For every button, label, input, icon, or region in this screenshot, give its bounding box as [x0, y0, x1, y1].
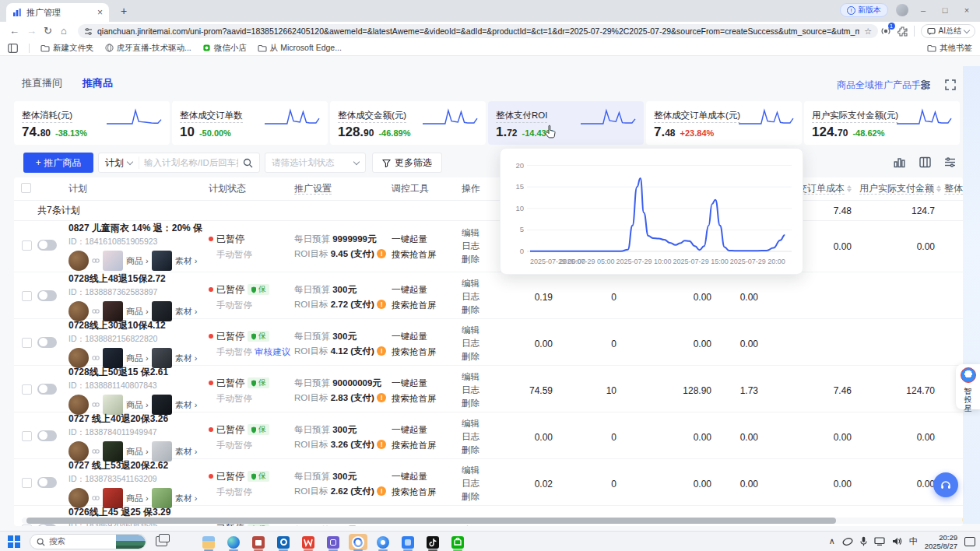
product-manual-link[interactable]: 商品全域推广产品手册	[837, 79, 930, 92]
tool-link[interactable]: 一键起量	[392, 469, 462, 484]
product-link[interactable]: 商品 ›	[126, 353, 149, 364]
tool-link[interactable]: 搜索抢首屏	[392, 484, 462, 500]
other-bookmarks[interactable]: 其他书签	[927, 43, 972, 54]
device-icon[interactable]	[842, 538, 853, 546]
window-minimize-button[interactable]: –	[916, 5, 930, 15]
window-maximize-button[interactable]: □	[938, 5, 952, 15]
stat-card-consume[interactable]: 整体消耗(元)74.80-38.13%	[14, 101, 170, 145]
reload-button[interactable]: ↻	[44, 25, 52, 37]
action-link[interactable]: 编辑	[462, 417, 504, 430]
stat-card-roi[interactable]: 整体支付ROI1.72-14.43%	[488, 101, 644, 145]
tool-link[interactable]: 搜索抢首屏	[392, 297, 462, 313]
material-link[interactable]: 素材 ›	[175, 399, 198, 411]
tray-expand-icon[interactable]: ∧	[829, 536, 835, 546]
roi-warning-icon[interactable]: !	[377, 440, 386, 449]
action-link[interactable]: 编辑	[462, 277, 504, 290]
material-link[interactable]: 素材 ›	[175, 306, 198, 318]
row-enable-toggle[interactable]	[37, 477, 57, 488]
search-input[interactable]	[139, 158, 243, 167]
header-metric[interactable]: 用户实际支付金额	[859, 182, 943, 195]
row-checkbox[interactable]	[22, 384, 32, 395]
taskbar-app-edge[interactable]	[224, 534, 243, 550]
tool-link[interactable]: 一键起量	[392, 422, 462, 437]
back-button[interactable]: ←	[9, 25, 19, 37]
assistant-widget[interactable]: 智投星	[956, 364, 980, 409]
table-settings-icon[interactable]	[943, 156, 957, 169]
action-link[interactable]: 日志	[462, 384, 504, 397]
tool-link[interactable]: 搜索抢首屏	[392, 437, 462, 453]
plan-title[interactable]: 0727 线上40退20保3.26	[68, 412, 204, 426]
row-actions[interactable]: 编辑日志删除	[462, 417, 504, 457]
plan-title[interactable]: 0728线上30退10保4.12	[68, 319, 204, 332]
plan-title[interactable]: 0827 儿童雨衣 14% 退：20% 保：9.92	[68, 222, 204, 235]
new-version-button[interactable]: !新版本	[840, 3, 888, 17]
stat-card-user-pay[interactable]: 用户实际支付金额(元)124.70-48.62%	[804, 101, 960, 145]
browser-tab[interactable]: 推广管理 ×	[6, 3, 109, 22]
control-tools[interactable]: 一键起量搜索抢首屏	[392, 422, 462, 453]
stat-card-order-cost[interactable]: 整体成交订单成本(元)7.48+23.84%	[646, 101, 802, 145]
action-link[interactable]: 日志	[462, 240, 504, 253]
taskbar-app-wps[interactable]	[299, 534, 318, 550]
row-checkbox[interactable]	[22, 478, 32, 488]
bookmark-item[interactable]: 虎牙直播-技术驱动...	[105, 43, 191, 54]
tool-link[interactable]: 搜索抢首屏	[392, 344, 462, 360]
row-actions[interactable]: 编辑日志删除	[462, 370, 504, 410]
bookmark-star-icon[interactable]: ☆	[864, 26, 872, 37]
material-link[interactable]: 素材 ›	[175, 353, 198, 364]
control-tools[interactable]: 一键起量搜索抢首屏	[392, 469, 462, 500]
action-link[interactable]: 编辑	[462, 524, 504, 526]
side-panel-icon[interactable]	[8, 44, 18, 53]
scrollbar-thumb[interactable]	[26, 518, 836, 524]
product-link[interactable]: 商品 ›	[126, 399, 149, 411]
control-tools[interactable]: 一键起量搜索抢首屏	[392, 375, 462, 406]
row-checkbox[interactable]	[22, 291, 32, 301]
sort-icon[interactable]	[936, 185, 941, 192]
taskbar-app-douyin[interactable]	[423, 534, 442, 550]
side-panel-strip[interactable]	[963, 66, 980, 524]
customer-service-button[interactable]	[933, 472, 958, 497]
url-bar[interactable]: qianchuan.jinritemai.com/uni-prom?aavid=…	[78, 24, 878, 38]
product-link[interactable]: 商品 ›	[126, 493, 149, 504]
product-thumbnail[interactable]	[103, 251, 123, 271]
row-actions[interactable]: 编辑日志删除	[462, 464, 504, 504]
tab-live-room[interactable]: 推直播间	[22, 76, 62, 90]
taskbar-app-outlook[interactable]	[274, 534, 293, 550]
control-tools[interactable]: 一键起量搜索抢首屏	[392, 328, 462, 360]
tool-link[interactable]: 一键起量	[392, 328, 462, 344]
microphone-icon[interactable]	[860, 536, 867, 546]
ai-summary-button[interactable]: AI总结	[921, 24, 975, 38]
row-checkbox[interactable]	[22, 338, 32, 348]
taskbar-app-pc-manager[interactable]	[374, 534, 392, 550]
tab-product[interactable]: 推商品	[83, 76, 113, 90]
material-link[interactable]: 素材 ›	[175, 446, 198, 458]
row-actions[interactable]: 编辑	[462, 524, 504, 526]
action-link[interactable]: 日志	[462, 430, 504, 444]
material-thumbnail[interactable]	[152, 251, 172, 271]
product-link[interactable]: 商品 ›	[126, 255, 149, 267]
row-checkbox[interactable]	[22, 525, 32, 527]
extension-antenna-icon[interactable]: 1	[880, 26, 891, 37]
tool-link[interactable]: 一键起量	[392, 282, 462, 297]
roi-warning-icon[interactable]: !	[377, 300, 386, 309]
fullscreen-icon[interactable]	[943, 78, 957, 92]
action-link[interactable]: 编辑	[462, 226, 504, 240]
bookmark-item[interactable]: 微信小店	[202, 43, 247, 54]
action-link[interactable]: 编辑	[462, 324, 504, 337]
action-link[interactable]: 日志	[462, 290, 504, 304]
action-link[interactable]: 删除	[462, 444, 504, 457]
notification-icon[interactable]	[964, 537, 975, 546]
promote-product-button[interactable]: + 推广商品	[23, 153, 93, 173]
action-link[interactable]: 删除	[462, 490, 504, 504]
tab-close-icon[interactable]: ×	[97, 7, 103, 18]
taskbar-app-docs[interactable]	[399, 534, 417, 550]
row-enable-toggle[interactable]	[37, 430, 57, 441]
row-actions[interactable]: 编辑日志删除	[462, 324, 504, 363]
taskbar-app-qianchuan-active[interactable]	[349, 534, 367, 550]
product-link[interactable]: 商品 ›	[126, 446, 149, 458]
forward-button[interactable]: →	[26, 25, 37, 37]
volume-icon[interactable]	[892, 537, 902, 546]
display-settings-icon[interactable]	[919, 78, 933, 92]
plan-title[interactable]: 0728线上50退15 保2.61	[68, 366, 204, 379]
row-actions[interactable]: 编辑日志删除	[462, 226, 504, 266]
roi-warning-icon[interactable]: !	[377, 393, 386, 402]
